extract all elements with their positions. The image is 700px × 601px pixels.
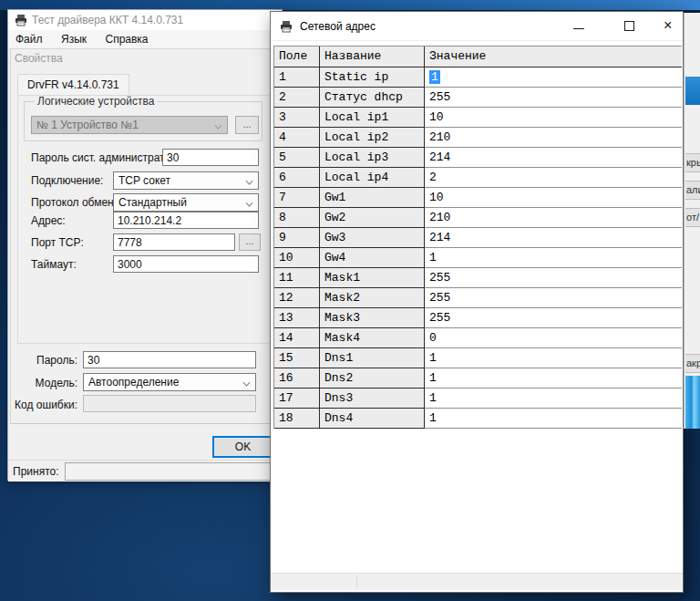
table-row[interactable]: 6Local ip42 xyxy=(274,168,682,188)
cell-value[interactable]: 1 xyxy=(425,368,682,389)
table-row[interactable]: 4Local ip2210 xyxy=(274,128,682,148)
close-button[interactable]: × xyxy=(661,17,685,36)
tab-page: Логические устройства № 1 Устройство №1 … xyxy=(17,95,274,344)
main-titlebar[interactable]: Тест драйвера ККТ 4.14.0.731 xyxy=(8,10,282,30)
cell-value[interactable]: 1 xyxy=(425,389,682,409)
cell-value[interactable]: 255 xyxy=(425,88,682,108)
cell-field[interactable]: 18 xyxy=(274,409,320,429)
table-row[interactable]: 9Gw3214 xyxy=(274,228,682,248)
minimize-button[interactable] xyxy=(568,17,592,36)
cell-field[interactable]: 5 xyxy=(274,148,320,168)
cell-field[interactable]: 2 xyxy=(274,88,320,108)
cell-field[interactable]: 4 xyxy=(274,128,320,148)
cell-value[interactable]: 10 xyxy=(425,188,682,208)
statusbar-divider xyxy=(356,575,357,588)
timeout-input[interactable] xyxy=(113,255,259,273)
table-row[interactable]: 13Mask3255 xyxy=(274,308,682,328)
cell-name[interactable]: Gw3 xyxy=(320,228,425,248)
admin-password-input[interactable] xyxy=(162,149,259,166)
cell-field[interactable]: 10 xyxy=(274,248,320,268)
device-browse-button[interactable]: ... xyxy=(235,116,259,134)
password-input[interactable] xyxy=(83,351,256,368)
network-address-dialog: Сетевой адрес × Поле Название Значение 1… xyxy=(270,11,684,593)
cell-field[interactable]: 9 xyxy=(274,228,320,248)
cell-name[interactable]: Local ip1 xyxy=(320,108,425,128)
cell-value[interactable]: 255 xyxy=(425,268,682,288)
table-row[interactable]: 11Mask1255 xyxy=(274,268,682,288)
cell-value[interactable]: 210 xyxy=(425,208,682,228)
cell-field[interactable]: 1 xyxy=(274,67,320,88)
cell-name[interactable]: Local ip3 xyxy=(320,148,425,168)
protocol-select[interactable]: Стандартный xyxy=(113,193,259,212)
tcp-port-input[interactable] xyxy=(113,233,235,251)
model-label: Модель: xyxy=(8,377,77,389)
cell-value[interactable]: 10 xyxy=(425,108,682,128)
cell-field[interactable]: 14 xyxy=(274,328,320,348)
cell-field[interactable]: 13 xyxy=(274,308,320,328)
main-window-title: Тест драйвера ККТ 4.14.0.731 xyxy=(32,14,183,26)
table-row[interactable]: 10Gw41 xyxy=(274,248,682,268)
cell-value[interactable]: 2 xyxy=(425,168,682,188)
cell-value[interactable]: 1 xyxy=(425,348,682,368)
table-row[interactable]: 8Gw2210 xyxy=(274,208,682,228)
menu-language[interactable]: Язык xyxy=(54,30,94,48)
table-row[interactable]: 1Static ip1 xyxy=(274,67,682,88)
close-icon: × xyxy=(664,17,672,34)
model-select[interactable]: Автоопределение xyxy=(83,373,256,391)
cell-field[interactable]: 17 xyxy=(274,389,320,409)
cell-value[interactable]: 1 xyxy=(425,409,682,429)
table-row[interactable]: 17Dns31 xyxy=(274,389,682,409)
cell-value[interactable]: 255 xyxy=(425,288,682,308)
cell-field[interactable]: 16 xyxy=(274,368,320,389)
cell-name[interactable]: Dns4 xyxy=(320,409,425,429)
menu-file[interactable]: Файл xyxy=(8,30,50,48)
cell-value[interactable]: 1 xyxy=(425,67,682,88)
table-row[interactable]: 12Mask2255 xyxy=(274,288,682,308)
cell-name[interactable]: Static ip xyxy=(320,67,425,88)
menu-help[interactable]: Справка xyxy=(98,30,155,48)
table-row[interactable]: 16Dns21 xyxy=(274,368,682,389)
cell-name[interactable]: Local ip4 xyxy=(320,168,425,188)
tab-drvfr[interactable]: DrvFR v4.14.0.731 xyxy=(17,74,129,96)
cell-field[interactable]: 12 xyxy=(274,288,320,308)
cell-name[interactable]: Local ip2 xyxy=(320,128,425,148)
table-row[interactable]: 5Local ip3214 xyxy=(274,148,682,168)
table-row[interactable]: 3Local ip110 xyxy=(274,108,682,128)
cell-value[interactable]: 255 xyxy=(425,308,682,328)
cell-name[interactable]: Mask2 xyxy=(320,288,425,308)
cell-value[interactable]: 214 xyxy=(425,148,682,168)
ok-button[interactable]: OK xyxy=(212,436,273,458)
cell-name[interactable]: Mask3 xyxy=(320,308,425,328)
cell-field[interactable]: 3 xyxy=(274,108,320,128)
cell-name[interactable]: Mask1 xyxy=(320,268,425,288)
cell-value[interactable]: 210 xyxy=(425,128,682,148)
tcp-port-browse-button[interactable]: ... xyxy=(239,233,261,251)
cell-name[interactable]: Gw4 xyxy=(320,248,425,268)
cell-value[interactable]: 0 xyxy=(425,328,682,348)
cell-name[interactable]: Dns2 xyxy=(320,368,425,389)
table-row[interactable]: 14Mask40 xyxy=(274,328,682,348)
device-select[interactable]: № 1 Устройство №1 xyxy=(31,116,228,134)
cell-field[interactable]: 15 xyxy=(274,348,320,368)
table-row[interactable]: 2Статус dhcp255 xyxy=(274,88,682,108)
table-row[interactable]: 7Gw110 xyxy=(274,188,682,208)
cell-name[interactable]: Mask4 xyxy=(320,328,425,348)
cell-field[interactable]: 8 xyxy=(274,208,320,228)
cell-name[interactable]: Dns1 xyxy=(320,348,425,368)
cell-value[interactable]: 214 xyxy=(425,228,682,248)
maximize-button[interactable] xyxy=(619,17,643,36)
cell-name[interactable]: Gw1 xyxy=(320,188,425,208)
table-row[interactable]: 18Dns41 xyxy=(274,409,682,429)
cell-name[interactable]: Статус dhcp xyxy=(320,88,425,108)
cell-value[interactable]: 1 xyxy=(425,248,682,268)
dialog-titlebar[interactable]: Сетевой адрес × xyxy=(271,12,683,41)
connection-select[interactable]: TCP сокет xyxy=(113,171,259,190)
address-input[interactable] xyxy=(113,212,259,229)
table-row[interactable]: 15Dns11 xyxy=(274,348,682,368)
cell-name[interactable]: Dns3 xyxy=(320,389,425,409)
cell-field[interactable]: 7 xyxy=(274,188,320,208)
cell-field[interactable]: 11 xyxy=(274,268,320,288)
cell-name[interactable]: Gw2 xyxy=(320,208,425,228)
selected-value[interactable]: 1 xyxy=(429,70,440,84)
cell-field[interactable]: 6 xyxy=(274,168,320,188)
